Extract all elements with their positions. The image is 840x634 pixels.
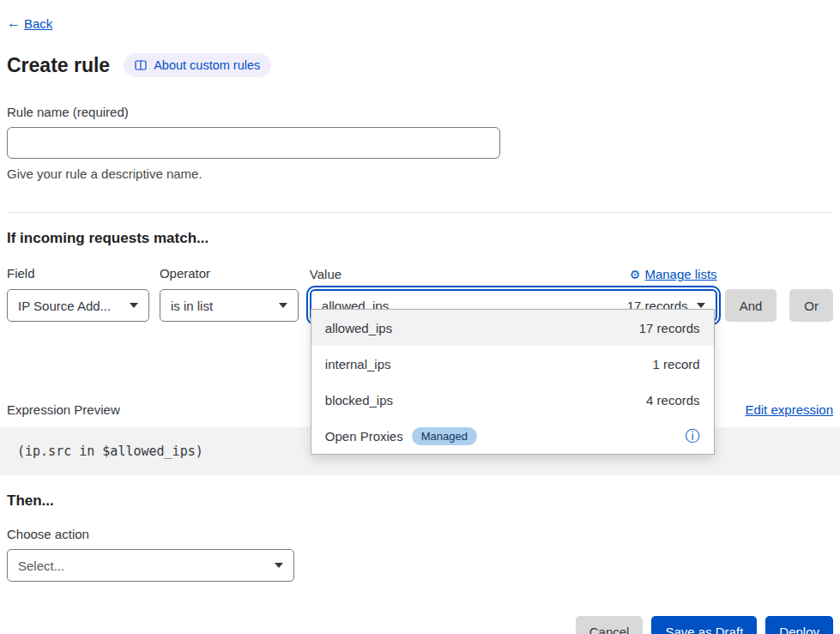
- expression-preview-label: Expression Preview: [7, 402, 120, 417]
- list-option-count: 4 records: [646, 393, 700, 408]
- list-option-name: blocked_ips: [325, 393, 393, 408]
- info-icon[interactable]: ⓘ: [686, 429, 700, 444]
- page-title: Create rule: [7, 54, 110, 77]
- list-option-name: Open Proxies: [325, 429, 403, 444]
- managed-badge: Managed: [412, 427, 477, 445]
- book-icon: [135, 59, 147, 71]
- chevron-down-icon: [279, 303, 287, 308]
- edit-expression-link[interactable]: Edit expression: [745, 402, 833, 417]
- list-option-left: Open Proxies Managed: [325, 427, 477, 445]
- list-option-name: allowed_ips: [325, 321, 392, 335]
- operator-select-value: is in list: [171, 299, 213, 313]
- gear-icon: ⚙: [630, 269, 641, 281]
- rule-name-helper: Give your rule a descriptive name.: [7, 166, 833, 181]
- or-button[interactable]: Or: [789, 289, 833, 322]
- back-link[interactable]: ← Back: [7, 15, 52, 31]
- chevron-down-icon: [275, 563, 283, 568]
- value-label: Value: [310, 267, 341, 281]
- title-row: Create rule About custom rules: [7, 53, 833, 77]
- list-option-count: 1 record: [653, 357, 700, 371]
- list-option-internal-ips[interactable]: internal_ips 1 record: [311, 346, 714, 382]
- choose-action-label: Choose action: [7, 527, 833, 541]
- and-button[interactable]: And: [725, 289, 777, 322]
- chevron-down-icon: [697, 303, 705, 308]
- rule-name-input[interactable]: [7, 127, 500, 159]
- section-divider: [7, 212, 833, 213]
- rule-name-label: Rule name (required): [7, 105, 833, 119]
- chevron-down-icon: [130, 303, 138, 308]
- manage-lists-link[interactable]: ⚙ Manage lists: [630, 267, 717, 281]
- deploy-button[interactable]: Deploy: [765, 616, 833, 634]
- action-select[interactable]: Select...: [7, 549, 294, 582]
- list-option-count: 17 records: [639, 321, 700, 335]
- list-option-open-proxies[interactable]: Open Proxies Managed ⓘ: [311, 418, 714, 454]
- field-label: Field: [7, 266, 149, 281]
- match-section-heading: If incoming requests match...: [7, 230, 833, 247]
- action-select-placeholder: Select...: [18, 559, 64, 573]
- list-dropdown-menu: allowed_ips 17 records internal_ips 1 re…: [311, 309, 715, 455]
- about-custom-rules-label: About custom rules: [154, 58, 260, 72]
- value-label-row: Value ⚙ Manage lists: [310, 267, 717, 281]
- value-column: Value ⚙ Manage lists allowed_ips 17 reco…: [310, 267, 717, 322]
- operator-column: Operator is in list: [160, 266, 299, 322]
- field-select[interactable]: IP Source Add...: [7, 289, 149, 322]
- operator-select[interactable]: is in list: [160, 289, 299, 322]
- cancel-button[interactable]: Cancel: [576, 616, 644, 634]
- then-section-heading: Then...: [7, 492, 833, 510]
- manage-lists-label: Manage lists: [644, 267, 716, 281]
- list-option-allowed-ips[interactable]: allowed_ips 17 records: [311, 310, 714, 346]
- back-link-label: Back: [24, 16, 52, 31]
- match-condition-row: Field IP Source Add... Operator is in li…: [7, 266, 833, 322]
- back-arrow-icon: ←: [7, 15, 21, 31]
- operator-label: Operator: [160, 266, 299, 281]
- list-option-blocked-ips[interactable]: blocked_ips 4 records: [311, 382, 714, 418]
- footer-actions: Cancel Save as Draft Deploy: [7, 616, 833, 634]
- list-option-name: internal_ips: [325, 357, 391, 371]
- save-as-draft-button[interactable]: Save as Draft: [651, 616, 757, 634]
- create-rule-page: ← Back Create rule About custom rules Ru…: [0, 0, 840, 634]
- and-or-buttons: And Or: [725, 289, 833, 322]
- field-select-value: IP Source Add...: [18, 299, 111, 313]
- about-custom-rules-link[interactable]: About custom rules: [124, 53, 271, 77]
- field-column: Field IP Source Add...: [7, 266, 149, 322]
